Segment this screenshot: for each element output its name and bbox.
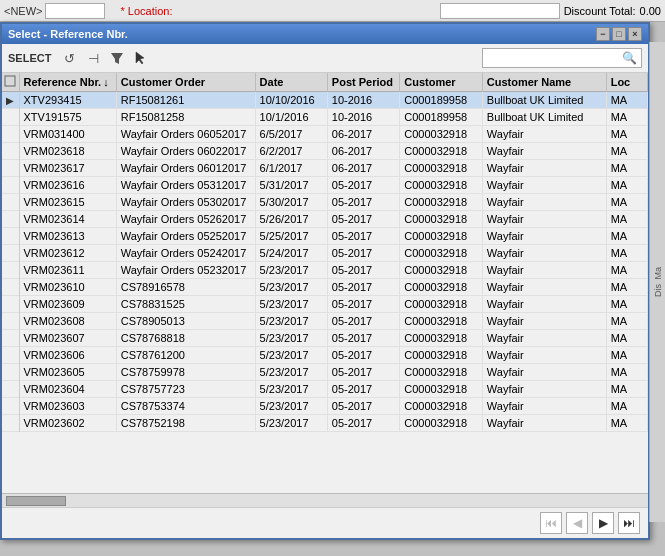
svg-marker-0: [111, 53, 123, 64]
cell-ref: VRM023617: [19, 160, 116, 177]
table-row[interactable]: VRM023610 CS78916578 5/23/2017 05-2017 C…: [2, 279, 648, 296]
cell-postperiod: 05-2017: [327, 313, 399, 330]
table-row[interactable]: VRM023607 CS78768818 5/23/2017 05-2017 C…: [2, 330, 648, 347]
row-indicator: [2, 160, 19, 177]
cell-customer: C000032918: [400, 262, 483, 279]
close-button[interactable]: ×: [628, 27, 642, 41]
cell-customer: C000189958: [400, 92, 483, 109]
cell-custorder: Wayfair Orders 05232017: [116, 262, 255, 279]
location-search-input[interactable]: [441, 5, 559, 16]
restore-button[interactable]: □: [612, 27, 626, 41]
cell-postperiod: 05-2017: [327, 415, 399, 432]
cell-date: 5/23/2017: [255, 381, 327, 398]
table-row[interactable]: VRM023604 CS78757723 5/23/2017 05-2017 C…: [2, 381, 648, 398]
cell-postperiod: 06-2017: [327, 126, 399, 143]
row-indicator: [2, 126, 19, 143]
horizontal-scrollbar[interactable]: [2, 493, 648, 507]
table-row[interactable]: XTV191575 RF15081258 10/1/2016 10-2016 C…: [2, 109, 648, 126]
cell-date: 5/23/2017: [255, 313, 327, 330]
table-row[interactable]: VRM023603 CS78753374 5/23/2017 05-2017 C…: [2, 398, 648, 415]
cell-custname: Wayfair: [482, 296, 606, 313]
cell-custname: Wayfair: [482, 211, 606, 228]
cell-custname: Wayfair: [482, 279, 606, 296]
cell-custorder: Wayfair Orders 05262017: [116, 211, 255, 228]
row-indicator: [2, 381, 19, 398]
cell-custorder: RF15081258: [116, 109, 255, 126]
top-bar: <NEW> * Location: Discount Total: 0.00: [0, 0, 665, 22]
table-row[interactable]: VRM023605 CS78759978 5/23/2017 05-2017 C…: [2, 364, 648, 381]
table-row[interactable]: VRM023606 CS78761200 5/23/2017 05-2017 C…: [2, 347, 648, 364]
cell-custorder: RF15081261: [116, 92, 255, 109]
table-row[interactable]: ▶ XTV293415 RF15081261 10/10/2016 10-201…: [2, 92, 648, 109]
cell-ref: VRM023611: [19, 262, 116, 279]
table-row[interactable]: VRM023609 CS78831525 5/23/2017 05-2017 C…: [2, 296, 648, 313]
cell-ref: VRM023614: [19, 211, 116, 228]
location-input[interactable]: [177, 5, 436, 17]
cell-postperiod: 05-2017: [327, 211, 399, 228]
cell-customer: C000032918: [400, 398, 483, 415]
last-page-button[interactable]: ⏭: [618, 512, 640, 534]
first-record-button[interactable]: ⊣: [83, 48, 103, 68]
cell-customer: C000032918: [400, 194, 483, 211]
cell-custorder: CS78757723: [116, 381, 255, 398]
select-label: SELECT: [8, 52, 51, 64]
row-indicator: [2, 330, 19, 347]
col-header-custorder[interactable]: Customer Order: [116, 73, 255, 92]
cell-customer: C000032918: [400, 279, 483, 296]
top-search-box[interactable]: [45, 3, 105, 19]
minimize-button[interactable]: −: [596, 27, 610, 41]
cell-custname: Wayfair: [482, 330, 606, 347]
cell-custname: Bullboat UK Limited: [482, 109, 606, 126]
cell-ref: XTV293415: [19, 92, 116, 109]
row-indicator: [2, 194, 19, 211]
cell-custname: Wayfair: [482, 228, 606, 245]
cell-postperiod: 05-2017: [327, 381, 399, 398]
prev-page-button[interactable]: ◀: [566, 512, 588, 534]
col-header-date[interactable]: Date: [255, 73, 327, 92]
cell-postperiod: 06-2017: [327, 160, 399, 177]
col-header-checkbox[interactable]: [2, 73, 19, 92]
data-table-container[interactable]: Reference Nbr. ↓ Customer Order Date Pos…: [2, 73, 648, 493]
first-page-button[interactable]: ⏮: [540, 512, 562, 534]
table-row[interactable]: VRM031400 Wayfair Orders 06052017 6/5/20…: [2, 126, 648, 143]
cell-custname: Bullboat UK Limited: [482, 92, 606, 109]
col-header-loc[interactable]: Loc: [606, 73, 647, 92]
table-row[interactable]: VRM023611 Wayfair Orders 05232017 5/23/2…: [2, 262, 648, 279]
search-box[interactable]: 🔍: [482, 48, 642, 68]
cell-postperiod: 05-2017: [327, 245, 399, 262]
next-page-button[interactable]: ▶: [592, 512, 614, 534]
cell-ref: VRM023612: [19, 245, 116, 262]
col-header-customer[interactable]: Customer: [400, 73, 483, 92]
table-row[interactable]: VRM023602 CS78752198 5/23/2017 05-2017 C…: [2, 415, 648, 432]
col-header-custname[interactable]: Customer Name: [482, 73, 606, 92]
col-header-ref[interactable]: Reference Nbr. ↓: [19, 73, 116, 92]
table-row[interactable]: VRM023608 CS78905013 5/23/2017 05-2017 C…: [2, 313, 648, 330]
table-row[interactable]: VRM023615 Wayfair Orders 05302017 5/30/2…: [2, 194, 648, 211]
cell-postperiod: 05-2017: [327, 398, 399, 415]
cell-custorder: CS78759978: [116, 364, 255, 381]
table-row[interactable]: VRM023616 Wayfair Orders 05312017 5/31/2…: [2, 177, 648, 194]
cell-customer: C000032918: [400, 415, 483, 432]
scroll-thumb[interactable]: [6, 496, 66, 506]
col-header-postperiod[interactable]: Post Period: [327, 73, 399, 92]
top-search-input[interactable]: [46, 5, 104, 16]
cell-custname: Wayfair: [482, 245, 606, 262]
cell-date: 5/31/2017: [255, 177, 327, 194]
filter-button[interactable]: [107, 48, 127, 68]
table-row[interactable]: VRM023614 Wayfair Orders 05262017 5/26/2…: [2, 211, 648, 228]
cell-postperiod: 05-2017: [327, 296, 399, 313]
search-input[interactable]: [483, 52, 618, 64]
table-row[interactable]: VRM023617 Wayfair Orders 06012017 6/1/20…: [2, 160, 648, 177]
table-row[interactable]: VRM023618 Wayfair Orders 06022017 6/2/20…: [2, 143, 648, 160]
cell-customer: C000032918: [400, 381, 483, 398]
data-table: Reference Nbr. ↓ Customer Order Date Pos…: [2, 73, 648, 432]
table-row[interactable]: VRM023613 Wayfair Orders 05252017 5/25/2…: [2, 228, 648, 245]
cell-loc: MA: [606, 330, 647, 347]
refresh-button[interactable]: ↺: [59, 48, 79, 68]
cell-custname: Wayfair: [482, 347, 606, 364]
table-row[interactable]: VRM023612 Wayfair Orders 05242017 5/24/2…: [2, 245, 648, 262]
cell-custname: Wayfair: [482, 126, 606, 143]
cell-ref: VRM023618: [19, 143, 116, 160]
cell-postperiod: 05-2017: [327, 228, 399, 245]
location-search-box[interactable]: [440, 3, 560, 19]
